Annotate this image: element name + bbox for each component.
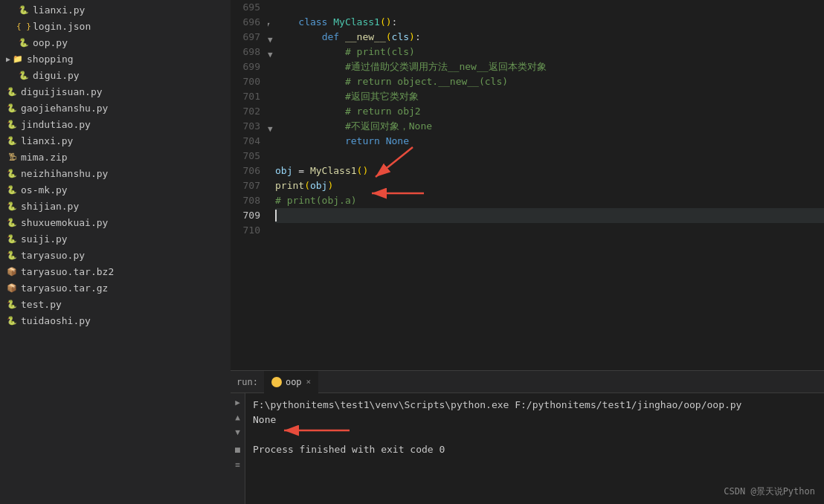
tab-run-icon [271, 377, 282, 387]
fold-icon-696: ▼ [268, 18, 270, 33]
sidebar-label-taryasuo-tar-bz2: taryasuo.tar.bz2 [21, 266, 114, 277]
py-file-icon14: 🐍 [6, 298, 18, 310]
sidebar-label-taryasuo-tar-gz: taryasuo.tar.gz [21, 282, 108, 294]
code-line-702: # return obj2 [275, 104, 824, 119]
sidebar-item-oop-py[interactable]: 🐍 oop.py [0, 34, 231, 51]
code-line-707: print(obj) [275, 178, 824, 193]
py-file-icon: 🐍 [18, 4, 30, 16]
sidebar-label-neizhihanshu-py: neizhihanshu.py [21, 168, 108, 179]
sidebar-label-suiji-py: suiji.py [21, 233, 68, 245]
terminal-tab-oop[interactable]: oop × [264, 371, 318, 393]
sidebar-label-oop-py: oop.py [33, 37, 68, 48]
code-lines-area[interactable]: ▼ class MyClass1(): ▼ def __new__(cls): … [268, 0, 824, 370]
code-line-699: #通过借助父类调用方法__new__返回本类对象 [275, 59, 824, 74]
code-line-697: ▼ def __new__(cls): [275, 30, 824, 45]
sidebar-item-shijian-py[interactable]: 🐍 shijian.py [0, 198, 231, 214]
py-file-icon9: 🐍 [6, 184, 18, 196]
gz-file-icon: 📦 [6, 265, 18, 277]
code-container: 695 696 697 698 699 700 701 702 703 704 … [231, 0, 824, 370]
sidebar-item-neizhihanshu-py[interactable]: 🐍 neizhihanshu.py [0, 165, 231, 181]
run-scroll-up-button[interactable]: ▲ [232, 411, 244, 423]
py-file-icon13: 🐍 [6, 249, 18, 261]
sidebar-label-shuxuemokuai-py: shuxuemokuai.py [21, 217, 108, 228]
py-file-icon3: 🐍 [18, 69, 30, 81]
code-line-710 [275, 223, 824, 238]
code-editor: 695 696 697 698 699 700 701 702 703 704 … [231, 0, 824, 370]
ln-695: 695 [231, 0, 260, 15]
terminal-line-none: None [253, 413, 817, 427]
ln-703: 703 [231, 119, 260, 134]
fold-end-icon-703: ▼ [268, 122, 273, 137]
sidebar-item-jindutiao-py[interactable]: 🐍 jindutiao.py [0, 116, 231, 132]
sidebar-item-gaojiehanshu-py[interactable]: 🐍 gaojiehanshu.py [0, 100, 231, 116]
sidebar-label-jindutiao-py: jindutiao.py [21, 119, 91, 130]
run-stop-button[interactable]: ⏹ [232, 444, 244, 456]
py-file-icon2: 🐍 [18, 36, 30, 48]
watermark: CSDN @景天说Python [724, 485, 815, 498]
sidebar-item-tuidaoshi-py[interactable]: 🐍 tuidaoshi.py [0, 312, 231, 329]
ln-704: 704 [231, 134, 260, 149]
sidebar-item-lianxi-py2[interactable]: 🐍 lianxi.py [0, 132, 231, 149]
run-scroll-down-button[interactable]: ▼ [232, 426, 244, 438]
terminal-cmd-text: F:\pythonitems\test1\venv\Scripts\python… [253, 398, 741, 413]
line-numbers: 695 696 697 698 699 700 701 702 703 704 … [231, 0, 268, 370]
code-line-695 [275, 0, 824, 15]
ln-696: 696 [231, 15, 260, 30]
terminal-line-cmd: F:\pythonitems\test1\venv\Scripts\python… [253, 398, 817, 413]
json-file-icon: { } [18, 20, 30, 32]
sidebar-item-shopping[interactable]: 📁 shopping [0, 51, 231, 67]
ln-705: 705 [231, 149, 260, 164]
code-line-698: ▼ # print(cls) [275, 45, 824, 59]
ln-699: 699 [231, 59, 260, 74]
py-file-icon4: 🐍 [6, 85, 18, 97]
code-line-703: ▼ #不返回对象，None [275, 119, 824, 134]
fold-icon-697: ▼ [268, 33, 273, 48]
py-file-icon7: 🐍 [6, 135, 18, 146]
py-file-icon5: 🐍 [6, 102, 18, 114]
sidebar-item-shuxuemokuai-py[interactable]: 🐍 shuxuemokuai.py [0, 214, 231, 230]
sidebar-label-gaojiehanshu-py: gaojiehanshu.py [21, 103, 108, 114]
ln-710: 710 [231, 223, 260, 238]
terminal-tab-bar: run: oop × [231, 371, 824, 393]
code-line-709 [275, 208, 824, 223]
py-file-icon11: 🐍 [6, 216, 18, 228]
ln-698: 698 [231, 45, 260, 59]
sidebar-label-login-json: login.json [33, 21, 91, 32]
run-play-button[interactable]: ▶ [232, 396, 244, 408]
sidebar-item-lianxi-py[interactable]: 🐍 lianxi.py [0, 1, 231, 18]
sidebar-item-diguijisuan-py[interactable]: 🐍 diguijisuan.py [0, 83, 231, 100]
ln-700: 700 [231, 74, 260, 89]
sidebar-item-suiji-py[interactable]: 🐍 suiji.py [0, 230, 231, 247]
terminal-none-text: None [253, 413, 276, 427]
ln-701: 701 [231, 89, 260, 104]
main-area: 🐍 lianxi.py { } login.json 🐍 oop.py 📁 sh… [0, 0, 824, 504]
fold-end-icon-698: ▼ [268, 48, 273, 62]
ln-702: 702 [231, 104, 260, 119]
terminal-line-blank [253, 427, 817, 442]
editor-terminal-wrapper: 695 696 697 698 699 700 701 702 703 704 … [231, 0, 824, 504]
ln-709: 709 [231, 208, 260, 223]
code-line-701: #返回其它类对象 [275, 89, 824, 104]
sidebar-item-taryasuo-tar-gz[interactable]: 📦 taryasuo.tar.gz [0, 280, 231, 296]
ln-706: 706 [231, 164, 260, 178]
sidebar-label-tuidaoshi-py: tuidaoshi.py [21, 315, 91, 326]
sidebar-label-shijian-py: shijian.py [21, 201, 79, 212]
tab-close-button[interactable]: × [306, 377, 312, 387]
sidebar-label-diguijisuan-py: diguijisuan.py [21, 86, 103, 97]
code-line-696: ▼ class MyClass1(): [275, 15, 824, 30]
terminal-process-text: Process finished with exit code 0 [253, 442, 445, 457]
sidebar-item-taryasuo-tar-bz2[interactable]: 📦 taryasuo.tar.bz2 [0, 263, 231, 280]
sidebar-item-taryasuo-py[interactable]: 🐍 taryasuo.py [0, 247, 231, 263]
py-file-icon12: 🐍 [6, 233, 18, 245]
code-line-705 [275, 149, 824, 164]
sidebar-item-os-mk-py[interactable]: 🐍 os-mk.py [0, 181, 231, 198]
sidebar-item-digui-py[interactable]: 🐍 digui.py [0, 67, 231, 83]
sidebar-item-login-json[interactable]: { } login.json [0, 18, 231, 34]
code-line-706: obj = MyClass1() [275, 164, 824, 178]
gz-file-icon2: 📦 [6, 282, 18, 294]
cursor [275, 210, 277, 222]
sidebar-item-test-py[interactable]: 🐍 test.py [0, 296, 231, 312]
sidebar-item-mima-zip[interactable]: 🗜 mima.zip [0, 149, 231, 165]
run-extra-button[interactable]: ≡ [232, 459, 244, 471]
code-line-700: # return object.__new__(cls) [275, 74, 824, 89]
